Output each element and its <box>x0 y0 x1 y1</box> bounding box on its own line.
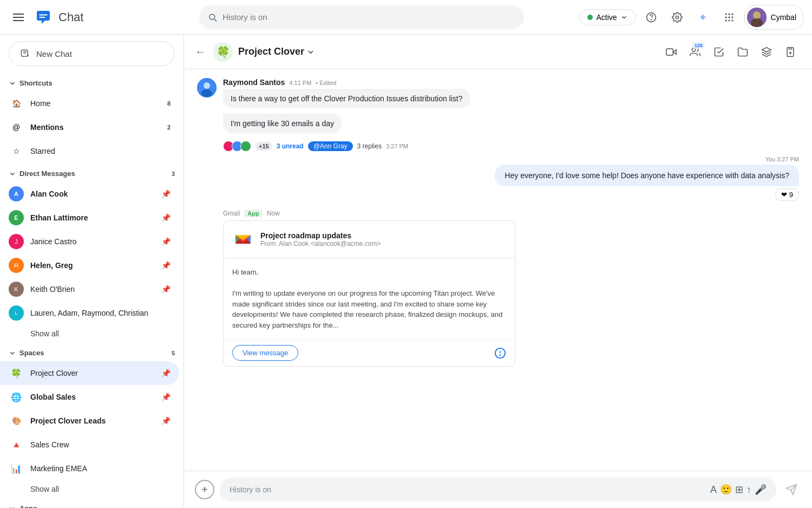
janice-avatar: J <box>9 234 24 249</box>
integrations-icon <box>761 47 772 57</box>
home-badge: 8 <box>167 100 171 107</box>
new-chat-icon <box>20 48 31 59</box>
spaces-header[interactable]: Spaces 5 <box>0 344 184 361</box>
gmail-card-from: From: Alan Cook <alancook@acme.com> <box>260 240 381 248</box>
project-clover-icon: 🍀 <box>9 366 24 381</box>
marketing-emea-label: Marketing EMEA <box>30 464 171 473</box>
tasks-button[interactable] <box>708 41 730 63</box>
sidebar-item-mentions[interactable]: @ Mentions 2 <box>0 115 179 139</box>
svg-rect-20 <box>666 49 673 55</box>
add-button[interactable]: + <box>195 480 214 499</box>
back-button[interactable]: ← <box>195 45 206 58</box>
gmail-card-title: Project roadmap updates <box>260 231 381 240</box>
gmail-card-title-wrap: Project roadmap updates From: Alan Cook … <box>260 231 381 248</box>
upload-icon[interactable]: ↑ <box>746 484 751 496</box>
help-button[interactable] <box>640 6 662 28</box>
home-icon: 🏠 <box>9 96 24 111</box>
pin-icon: 📌 <box>161 416 171 425</box>
sidebar-item-global-sales[interactable]: 🌐 Global Sales 📌 <box>0 385 179 409</box>
thread-row[interactable]: +15 3 unread @Ann Gray 3 replies 3:27 PM <box>223 141 799 152</box>
sidebar-item-alan-cook[interactable]: A Alan Cook 📌 <box>0 182 179 206</box>
show-all-spaces-button[interactable]: Show all <box>0 480 184 498</box>
svg-rect-22 <box>789 47 792 49</box>
settings-button[interactable] <box>666 6 688 28</box>
ethan-avatar: E <box>9 210 24 225</box>
sidebar-item-home[interactable]: 🏠 Home 8 <box>0 92 179 115</box>
apps-header[interactable]: Apps <box>0 500 184 508</box>
member-count-badge: 125 <box>692 42 705 49</box>
raymond-author: Raymond Santos <box>223 78 285 87</box>
search-bar[interactable] <box>199 5 524 29</box>
janice-label: Janice Castro <box>30 237 158 246</box>
spaces-badge: 5 <box>172 350 175 356</box>
video-icon <box>666 47 677 57</box>
user-chip[interactable]: Cymbal <box>744 5 803 30</box>
screen-capture-icon[interactable]: ⊞ <box>735 484 743 496</box>
new-chat-label: New Chat <box>36 49 72 58</box>
svg-point-11 <box>731 16 733 18</box>
gmail-card-body: Hi team, I'm writing to update everyone … <box>224 258 515 339</box>
sidebar-item-lauren-group[interactable]: L Lauren, Adam, Raymond, Christian <box>0 301 179 325</box>
sidebar-item-keith[interactable]: K Keith O'Brien 📌 <box>0 277 179 301</box>
video-call-button[interactable] <box>660 41 682 63</box>
chevron-down-icon <box>9 170 16 178</box>
show-all-dm-button[interactable]: Show all <box>0 325 184 342</box>
sidebar-item-project-clover-leads[interactable]: 🎨 Project Clover Leads 📌 <box>0 409 179 433</box>
alan-cook-label: Alan Cook <box>30 190 158 198</box>
svg-point-6 <box>725 13 726 15</box>
app-title: Chat <box>58 10 83 24</box>
integrations-button[interactable] <box>756 41 777 63</box>
reaction-chip[interactable]: ❤ 9 <box>775 188 799 201</box>
svg-point-1 <box>209 14 215 19</box>
mic-icon[interactable]: 🎤 <box>755 484 767 496</box>
clipboard-button[interactable] <box>780 41 801 63</box>
lauren-label: Lauren, Adam, Raymond, Christian <box>30 309 171 317</box>
sparkle-button[interactable]: ✦ <box>692 6 714 28</box>
global-sales-label: Global Sales <box>30 393 158 401</box>
shortcuts-header[interactable]: Shortcuts <box>0 75 184 92</box>
svg-point-4 <box>651 19 651 19</box>
sidebar-item-ethan[interactable]: E Ethan Lattimore 📌 <box>0 206 179 230</box>
members-button[interactable]: 125 <box>684 41 706 63</box>
chat-title[interactable]: Project Clover <box>238 46 315 57</box>
keith-avatar: K <box>9 282 24 297</box>
files-button[interactable] <box>732 41 754 63</box>
chevron-down-icon <box>9 505 16 509</box>
input-actions: A 🙂 ⊞ ↑ 🎤 <box>710 484 767 496</box>
lauren-avatar: L <box>9 305 24 321</box>
home-label: Home <box>30 99 167 108</box>
marketing-emea-icon: 📊 <box>9 461 24 476</box>
status-button[interactable]: Active <box>579 9 636 25</box>
view-message-button[interactable]: View message <box>232 345 298 361</box>
sidebar-item-project-clover[interactable]: 🍀 Project Clover 📌 <box>0 361 179 385</box>
sidebar-item-starred[interactable]: ☆ Starred <box>0 139 179 163</box>
sidebar-item-sales-crew[interactable]: 🔺 Sales Crew <box>0 433 179 457</box>
send-button[interactable] <box>782 480 801 499</box>
sidebar-item-janice[interactable]: J Janice Castro 📌 <box>0 230 179 253</box>
raymond-bubble-1: Is there a way to get off the Clover Pro… <box>223 89 470 108</box>
svg-point-14 <box>731 19 733 21</box>
thread-unread: 3 unread <box>277 142 304 150</box>
search-input[interactable] <box>222 12 515 22</box>
emoji-icon[interactable]: 🙂 <box>720 484 732 496</box>
spaces-section: Spaces 5 🍀 Project Clover 📌 🌐 Global Sal… <box>0 344 184 498</box>
keith-label: Keith O'Brien <box>30 285 158 294</box>
dm-header[interactable]: Direct Messages 3 <box>0 165 184 182</box>
gmail-body-text: Hi team, I'm writing to update everyone … <box>232 267 506 330</box>
sidebar-item-helen-greg[interactable]: H Helen, Greg 📌 <box>0 253 179 277</box>
pin-icon: 📌 <box>161 393 171 401</box>
messages-container: Raymond Santos 4:11 PM • Edited Is there… <box>184 69 812 471</box>
grid-menu-button[interactable] <box>718 6 740 28</box>
app-logo-icon <box>34 8 53 27</box>
topbar-right: Active ✦ Cymbal <box>579 5 803 30</box>
reaction-row: ❤ 9 <box>775 188 799 201</box>
input-field-wrap[interactable]: History is on A 🙂 ⊞ ↑ 🎤 <box>220 478 776 502</box>
hamburger-menu-icon[interactable] <box>9 9 28 25</box>
sidebar-item-marketing-emea[interactable]: 📊 Marketing EMEA <box>0 457 179 480</box>
pin-icon: 📌 <box>161 213 171 222</box>
format-text-icon[interactable]: A <box>710 484 717 496</box>
thread-mention: @Ann Gray <box>308 141 353 151</box>
sales-crew-icon: 🔺 <box>9 437 24 452</box>
new-chat-button[interactable]: New Chat <box>9 41 175 66</box>
helen-greg-avatar: H <box>9 258 24 273</box>
